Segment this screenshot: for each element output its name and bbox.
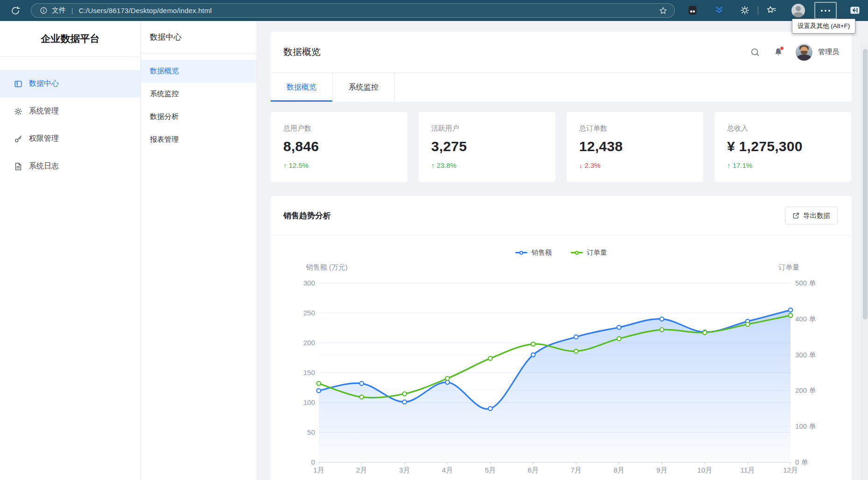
notification-dot — [780, 46, 784, 50]
svg-text:150: 150 — [303, 369, 315, 376]
stat-value: 3,275 — [431, 139, 543, 154]
svg-text:7月: 7月 — [571, 466, 581, 474]
trend-arrow-icon: ↓ — [579, 161, 583, 169]
submenu-item-data-analysis[interactable]: 数据分析 — [141, 105, 257, 128]
trend-arrow-icon: ↑ — [283, 161, 287, 169]
page-header-block: 数据概览 — [271, 32, 852, 102]
svg-text:8月: 8月 — [614, 466, 624, 474]
sidebar-item-data-center[interactable]: 数据中心 — [0, 70, 140, 97]
settings-more-button[interactable] — [814, 2, 837, 19]
tab-system-monitor[interactable]: 系统监控 — [333, 73, 395, 102]
tab-data-overview[interactable]: 数据概览 — [271, 73, 333, 102]
svg-text:3月: 3月 — [399, 466, 410, 474]
sales-trend-card: 销售趋势分析 导出数据 销售额订单量 300250200150100500500… — [271, 196, 852, 480]
svg-text:300 单: 300 单 — [795, 351, 816, 359]
sidebar-item-label: 系统日志 — [29, 161, 59, 171]
reload-icon[interactable] — [8, 4, 22, 18]
sidebar-item-label: 数据中心 — [29, 79, 59, 89]
svg-text:0: 0 — [311, 458, 315, 466]
svg-text:100 单: 100 单 — [795, 422, 816, 430]
favorites-hub-icon[interactable] — [766, 5, 777, 16]
app-window: 企业数据平台 数据中心 — [0, 21, 868, 480]
trend-arrow-icon: ↑ — [727, 161, 731, 169]
secondary-sidebar: 数据中心 数据概览 系统监控 数据分析 报表管理 — [141, 21, 257, 480]
stat-card: 总收入 ¥ 1,275,300 ↑ 17.1% — [714, 112, 851, 182]
search-icon[interactable] — [749, 46, 761, 58]
stat-trend: ↑ 17.1% — [727, 161, 839, 169]
submenu-item-report-management[interactable]: 报表管理 — [141, 128, 257, 151]
address-separator: | — [71, 7, 73, 14]
stats-row: 总用户数 8,846 ↑ 12.5% 活跃用户 3,275 ↑ 23.8% 总订… — [271, 112, 852, 182]
sidebar-item-label: 系统管理 — [29, 106, 59, 116]
stat-label: 总收入 — [727, 124, 839, 133]
svg-text:6月: 6月 — [528, 466, 539, 474]
submenu-item-data-overview[interactable]: 数据概览 — [141, 60, 257, 83]
settings-tooltip: 设置及其他 (Alt+F) — [792, 19, 855, 34]
svg-text:9月: 9月 — [657, 466, 667, 474]
stat-label: 总订单数 — [579, 124, 691, 133]
svg-text:5月: 5月 — [485, 466, 496, 474]
chart-title: 销售趋势分析 — [283, 210, 331, 221]
browser-profile-avatar[interactable] — [791, 4, 805, 17]
stat-label: 总用户数 — [283, 124, 395, 133]
svg-text:200: 200 — [303, 339, 315, 347]
svg-text:250: 250 — [303, 309, 315, 317]
sidebar-item-system-management[interactable]: 系统管理 — [0, 97, 140, 125]
url-text[interactable]: C:/Users/86173/Desktop/demo/index.html — [79, 7, 654, 14]
sidebar-item-label: 权限管理 — [29, 134, 59, 144]
page-scrollbar — [861, 42, 868, 480]
page-title: 数据概览 — [283, 46, 321, 58]
user-avatar — [796, 44, 812, 61]
log-document-icon — [14, 162, 22, 171]
main-content: 数据概览 — [257, 21, 861, 480]
export-data-button[interactable]: 导出数据 — [785, 207, 838, 224]
stat-card: 活跃用户 3,275 ↑ 23.8% — [419, 112, 555, 182]
address-bar[interactable]: 文件 | C:/Users/86173/Desktop/demo/index.h… — [31, 3, 675, 18]
svg-text:200 单: 200 单 — [795, 386, 816, 394]
stat-trend: ↑ 12.5% — [283, 161, 395, 169]
extensions-gear-icon[interactable] — [739, 5, 750, 16]
toolbar-divider — [758, 6, 758, 15]
stat-trend: ↑ 23.8% — [431, 161, 543, 169]
stat-value: 12,438 — [579, 139, 691, 154]
svg-text:4月: 4月 — [442, 466, 453, 474]
tab-bar: 数据概览 系统监控 — [271, 73, 852, 102]
file-scheme-label: 文件 — [52, 6, 66, 15]
user-name: 管理员 — [818, 48, 839, 56]
svg-text:500 单: 500 单 — [795, 279, 816, 287]
svg-text:12月: 12月 — [783, 466, 798, 474]
stat-value: 8,846 — [283, 139, 395, 154]
bookmark-star-icon[interactable] — [658, 6, 668, 15]
svg-text:400 单: 400 单 — [795, 315, 816, 323]
info-icon[interactable] — [40, 7, 48, 14]
stat-label: 活跃用户 — [431, 124, 543, 133]
trend-arrow-icon: ↑ — [431, 161, 435, 169]
svg-text:100: 100 — [303, 398, 315, 406]
submenu-title: 数据中心 — [141, 21, 257, 54]
notification-bell-icon[interactable] — [772, 46, 784, 58]
submenu-item-system-monitor[interactable]: 系统监控 — [141, 83, 257, 105]
stat-trend: ↓ 2.3% — [579, 161, 691, 169]
stat-card: 总订单数 12,438 ↓ 2.3% — [567, 112, 703, 182]
browser-toolbar: 文件 | C:/Users/86173/Desktop/demo/index.h… — [0, 0, 868, 21]
sidebar-item-permission-management[interactable]: 权限管理 — [0, 125, 140, 153]
extension-dark-icon[interactable] — [687, 5, 698, 16]
system-gear-icon — [14, 107, 22, 116]
scrollbar-thumb[interactable] — [863, 49, 868, 320]
trend-chart-svg[interactable]: 300250200150100500500 单400 单300 单200 单10… — [271, 236, 852, 480]
sidebar-toggle-icon[interactable] — [849, 5, 861, 16]
svg-text:11月: 11月 — [741, 466, 755, 474]
data-center-icon — [14, 80, 22, 88]
extension-chevrons-icon[interactable] — [714, 5, 725, 16]
svg-text:销售额 (万元): 销售额 (万元) — [306, 263, 348, 271]
primary-sidebar: 企业数据平台 数据中心 — [0, 21, 141, 480]
export-icon — [792, 212, 799, 219]
svg-text:订单量: 订单量 — [778, 263, 799, 271]
svg-text:1月: 1月 — [313, 466, 324, 474]
svg-text:10月: 10月 — [697, 466, 712, 474]
user-menu[interactable]: 管理员 — [796, 44, 839, 61]
app-title: 企业数据平台 — [0, 21, 140, 57]
stat-value: ¥ 1,275,300 — [727, 139, 839, 154]
svg-text:2月: 2月 — [356, 466, 367, 474]
sidebar-item-system-logs[interactable]: 系统日志 — [0, 153, 140, 180]
